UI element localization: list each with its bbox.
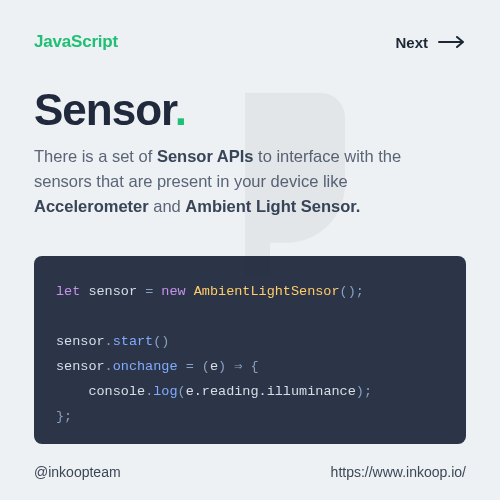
code-token: sensor — [80, 284, 145, 299]
code-token: new — [161, 284, 185, 299]
footer: @inkoopteam https://www.inkoop.io/ — [34, 444, 466, 480]
code-token: sensor — [56, 334, 105, 349]
desc-part: and — [149, 197, 186, 215]
code-token: console — [88, 384, 145, 399]
code-token — [186, 284, 194, 299]
page-title: Sensor. — [34, 88, 466, 132]
next-link[interactable]: Next — [395, 34, 466, 51]
code-token: start — [113, 334, 154, 349]
next-label: Next — [395, 34, 428, 51]
hero: Sensor. There is a set of Sensor APIs to… — [34, 88, 466, 218]
brand-label: JavaScript — [34, 32, 118, 52]
topbar: JavaScript Next — [34, 32, 466, 52]
code-token: (); — [340, 284, 364, 299]
title-text: Sensor — [34, 85, 175, 134]
arrow-right-icon — [438, 36, 466, 48]
desc-bold: Accelerometer — [34, 197, 149, 215]
code-token: . — [105, 334, 113, 349]
code-token: () — [153, 334, 169, 349]
description: There is a set of Sensor APIs to interfa… — [34, 144, 454, 218]
social-handle: @inkoopteam — [34, 464, 121, 480]
code-token — [56, 384, 88, 399]
site-url: https://www.inkoop.io/ — [331, 464, 466, 480]
code-token: . — [105, 359, 113, 374]
code-token: = — [145, 284, 161, 299]
title-dot: . — [175, 85, 186, 134]
code-token: sensor — [56, 359, 105, 374]
code-token: ( — [178, 384, 186, 399]
code-token: ); — [356, 384, 372, 399]
code-token: ) ⇒ { — [218, 359, 259, 374]
code-token: = ( — [178, 359, 210, 374]
code-token: e.reading.illuminance — [186, 384, 356, 399]
code-token: onchange — [113, 359, 178, 374]
desc-bold: Ambient Light Sensor. — [185, 197, 360, 215]
code-token: let — [56, 284, 80, 299]
desc-part: There is a set of — [34, 147, 157, 165]
code-token: e — [210, 359, 218, 374]
code-block: let sensor = new AmbientLightSensor(); s… — [34, 256, 466, 444]
desc-bold: Sensor APIs — [157, 147, 254, 165]
code-token: log — [153, 384, 177, 399]
code-token: AmbientLightSensor — [194, 284, 340, 299]
code-token: }; — [56, 409, 72, 424]
